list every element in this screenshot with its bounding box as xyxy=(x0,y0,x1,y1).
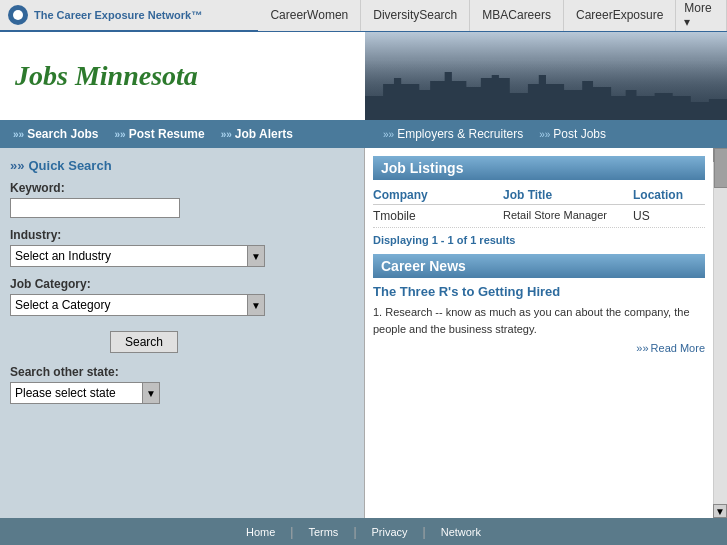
col-header-company: Company xyxy=(373,188,503,202)
logo-tm: ™ xyxy=(191,9,202,21)
banner-image xyxy=(365,32,727,120)
right-panel-scrollbar[interactable]: ▲ ▼ xyxy=(713,148,727,518)
nav-tabs: CareerWomen DiversitySearch MBACareers C… xyxy=(258,0,727,31)
state-select-wrap: Please select state ▼ xyxy=(10,382,160,404)
right-panel: Job Listings Company Job Title Location … xyxy=(365,148,727,518)
career-news-header: Career News xyxy=(373,254,705,278)
quick-search-title: Quick Search xyxy=(10,158,354,173)
job-listings-section: Job Listings Company Job Title Location … xyxy=(373,156,705,246)
results-count: Displaying 1 - 1 of 1 results xyxy=(373,234,705,246)
other-state-label: Search other state: xyxy=(10,365,354,379)
category-label: Job Category: xyxy=(10,277,354,291)
industry-label: Industry: xyxy=(10,228,354,242)
right-content: Job Listings Company Job Title Location … xyxy=(373,156,719,354)
career-news-section: Career News The Three R's to Getting Hir… xyxy=(373,254,705,354)
subnav-employers[interactable]: Employers & Recruiters xyxy=(375,127,531,141)
tab-careerexposure[interactable]: CareerExposure xyxy=(564,0,676,31)
industry-select-wrap: Select an Industry ▼ xyxy=(10,245,265,267)
title-area: Jobs Minnesota xyxy=(0,32,365,120)
skyline-silhouette xyxy=(365,60,727,120)
industry-field-row: Industry: Select an Industry ▼ xyxy=(10,228,354,267)
job-title: Retail Store Manager xyxy=(503,209,633,223)
job-company: Tmobile xyxy=(373,209,503,223)
footer: Home | Terms | Privacy | Network xyxy=(0,518,727,545)
col-headers: Company Job Title Location xyxy=(373,186,705,205)
subnav-search-jobs[interactable]: Search Jobs xyxy=(5,127,107,141)
read-more-link[interactable]: Read More xyxy=(373,342,705,354)
logo-icon xyxy=(8,5,28,25)
scroll-thumb[interactable] xyxy=(714,148,727,188)
state-select[interactable]: Please select state xyxy=(10,382,160,404)
subnav-post-resume[interactable]: Post Resume xyxy=(107,127,213,141)
header: The Career Exposure Network™ CareerWomen… xyxy=(0,0,727,32)
main-content: Quick Search Keyword: Industry: Select a… xyxy=(0,148,727,518)
sub-nav: Search Jobs Post Resume Job Alerts Emplo… xyxy=(0,120,727,148)
logo-text: The Career Exposure Network™ xyxy=(34,9,202,21)
search-other-state: Search other state: Please select state … xyxy=(10,365,354,404)
page-title: Jobs Minnesota xyxy=(15,60,198,92)
news-article-body: 1. Research -- know as much as you can a… xyxy=(373,304,705,337)
scroll-down-button[interactable]: ▼ xyxy=(713,504,727,518)
footer-home[interactable]: Home xyxy=(246,526,275,538)
footer-terms[interactable]: Terms xyxy=(308,526,338,538)
banner: Jobs Minnesota xyxy=(0,32,727,120)
category-field-row: Job Category: Select a Category ▼ xyxy=(10,277,354,316)
subnav-post-jobs[interactable]: Post Jobs xyxy=(531,127,614,141)
tab-careerwomen[interactable]: CareerWomen xyxy=(258,0,361,31)
keyword-input[interactable] xyxy=(10,198,180,218)
logo-area: The Career Exposure Network™ xyxy=(0,5,258,25)
subnav-job-alerts[interactable]: Job Alerts xyxy=(213,127,301,141)
category-select-wrap: Select a Category ▼ xyxy=(10,294,265,316)
category-select[interactable]: Select a Category xyxy=(10,294,265,316)
footer-privacy[interactable]: Privacy xyxy=(372,526,408,538)
tab-mbacareers[interactable]: MBACareers xyxy=(470,0,564,31)
col-header-location: Location xyxy=(633,188,705,202)
tab-more[interactable]: More ▾ xyxy=(676,0,727,31)
sub-nav-left: Search Jobs Post Resume Job Alerts xyxy=(0,127,365,141)
news-article-title[interactable]: The Three R's to Getting Hired xyxy=(373,284,705,299)
logo-brand: The Career Exposure Network xyxy=(34,9,191,21)
sub-nav-right: Employers & Recruiters Post Jobs xyxy=(365,127,624,141)
table-row: Tmobile Retail Store Manager US xyxy=(373,205,705,228)
search-button[interactable]: Search xyxy=(110,331,178,353)
job-listings-header: Job Listings xyxy=(373,156,705,180)
keyword-field-row: Keyword: xyxy=(10,181,354,218)
col-header-title: Job Title xyxy=(503,188,633,202)
keyword-label: Keyword: xyxy=(10,181,354,195)
left-panel: Quick Search Keyword: Industry: Select a… xyxy=(0,148,365,518)
search-button-row: Search xyxy=(10,326,354,353)
job-location: US xyxy=(633,209,705,223)
footer-network[interactable]: Network xyxy=(441,526,481,538)
industry-select[interactable]: Select an Industry xyxy=(10,245,265,267)
tab-diversitysearch[interactable]: DiversitySearch xyxy=(361,0,470,31)
